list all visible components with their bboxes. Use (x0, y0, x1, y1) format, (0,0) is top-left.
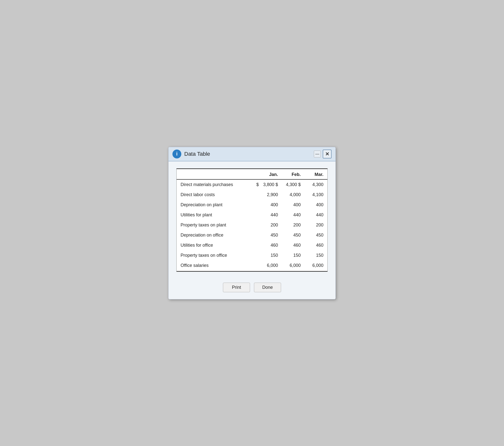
col-header-feb: Feb. (282, 169, 305, 179)
row-mar: 6,000 (305, 260, 327, 271)
done-button[interactable]: Done (254, 283, 281, 292)
info-icon: i (172, 149, 181, 158)
row-mar: 400 (305, 200, 327, 210)
row-label: Direct materials purchases (177, 179, 252, 190)
table-header-row: Jan. Feb. Mar. (177, 169, 327, 179)
table-row: Depreciation on office 450 450 450 (177, 230, 327, 240)
table-row: Property taxes on plant 200 200 200 (177, 220, 327, 230)
dialog-footer: Print Done (168, 278, 336, 299)
row-mar: 450 (305, 230, 327, 240)
row-dollar-empty (252, 210, 259, 220)
minimize-button[interactable]: — (314, 150, 321, 157)
row-jan: 2,900 (259, 190, 282, 200)
row-feb: 400 (282, 200, 305, 210)
col-header-jan: Jan. (259, 169, 282, 179)
row-feb: 460 (282, 240, 305, 250)
row-jan: 200 (259, 220, 282, 230)
row-mar: 150 (305, 250, 327, 260)
row-jan: 450 (259, 230, 282, 240)
row-label: Depreciation on plant (177, 200, 252, 210)
row-mar: 200 (305, 220, 327, 230)
row-jan: 3,800 $ (259, 179, 282, 190)
print-button[interactable]: Print (223, 283, 250, 292)
row-jan: 6,000 (259, 260, 282, 271)
window-title: Data Table (184, 151, 311, 157)
row-feb: 4,300 $ (282, 179, 305, 190)
row-feb: 4,000 (282, 190, 305, 200)
title-bar: i Data Table — ✕ (168, 147, 336, 161)
row-mar: 460 (305, 240, 327, 250)
table-row: Depreciation on plant 400 400 400 (177, 200, 327, 210)
row-label: Property taxes on office (177, 250, 252, 260)
col-header-mar: Mar. (305, 169, 327, 179)
row-feb: 440 (282, 210, 305, 220)
row-dollar-empty (252, 200, 259, 210)
row-mar: 4,100 (305, 190, 327, 200)
col-header-label (177, 169, 252, 179)
row-jan: 400 (259, 200, 282, 210)
row-label: Property taxes on plant (177, 220, 252, 230)
table-row: Utilities for office 460 460 460 (177, 240, 327, 250)
row-feb: 6,000 (282, 260, 305, 271)
row-feb: 150 (282, 250, 305, 260)
row-dollar-empty (252, 190, 259, 200)
row-mar: 4,300 (305, 179, 327, 190)
col-header-dollar-spacer (252, 169, 259, 179)
row-jan: 460 (259, 240, 282, 250)
row-feb: 450 (282, 230, 305, 240)
table-row: Direct materials purchases $ 3,800 $ 4,3… (177, 179, 327, 190)
row-dollar-empty (252, 230, 259, 240)
close-button[interactable]: ✕ (323, 149, 332, 158)
table-row: Office salaries 6,000 6,000 6,000 (177, 260, 327, 271)
row-mar: 440 (305, 210, 327, 220)
row-dollar-sign: $ (252, 179, 259, 190)
table-row: Utilities for plant 440 440 440 (177, 210, 327, 220)
row-dollar-empty (252, 220, 259, 230)
data-table: Jan. Feb. Mar. Direct materials purchase… (177, 168, 327, 272)
table-row: Direct labor costs 2,900 4,000 4,100 (177, 190, 327, 200)
row-feb: 200 (282, 220, 305, 230)
row-dollar-empty (252, 240, 259, 250)
row-jan: 440 (259, 210, 282, 220)
row-label: Depreciation on office (177, 230, 252, 240)
table-body: Direct materials purchases $ 3,800 $ 4,3… (177, 179, 327, 271)
table-row: Property taxes on office 150 150 150 (177, 250, 327, 260)
row-jan: 150 (259, 250, 282, 260)
row-label: Utilities for plant (177, 210, 252, 220)
row-label: Utilities for office (177, 240, 252, 250)
window-controls: — ✕ (314, 149, 332, 158)
row-dollar-empty (252, 250, 259, 260)
row-label: Office salaries (177, 260, 252, 271)
row-label: Direct labor costs (177, 190, 252, 200)
dialog-window: i Data Table — ✕ Jan. Feb. Mar. (168, 147, 336, 299)
row-dollar-empty (252, 260, 259, 271)
dialog-body: Jan. Feb. Mar. Direct materials purchase… (168, 161, 336, 278)
data-table-container: Jan. Feb. Mar. Direct materials purchase… (176, 168, 328, 272)
